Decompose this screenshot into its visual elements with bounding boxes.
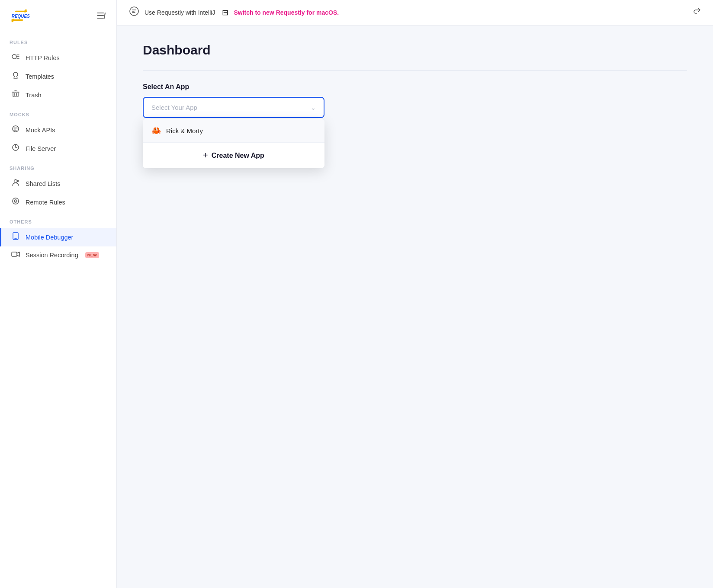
select-placeholder: Select Your App <box>151 104 197 111</box>
select-app-dropdown[interactable]: Select Your App ⌄ <box>143 97 324 118</box>
chevron-down-icon: ⌄ <box>311 104 316 111</box>
sidebar-item-templates[interactable]: Templates <box>0 67 116 86</box>
sidebar-item-http-rules[interactable]: HTTP Rules <box>0 48 116 67</box>
banner-text: Use Requestly with IntelliJ <box>145 9 215 16</box>
logo[interactable]: REQUESTLY <box>9 8 30 25</box>
trash-icon <box>11 90 20 100</box>
sidebar-item-mock-apis[interactable]: Mock APIs <box>0 121 116 139</box>
file-server-icon <box>11 144 20 153</box>
logo-icon: REQUESTLY <box>9 8 30 25</box>
main-content: Use Requestly with IntelliJ ⊟ Switch to … <box>117 0 713 588</box>
sharing-section-label: SHARING <box>0 158 116 174</box>
select-app-section: Select An App Select Your App ⌄ 🦀 Rick &… <box>143 83 324 118</box>
app-option-label: Rick & Morty <box>166 127 203 134</box>
http-rules-label: HTTP Rules <box>26 54 60 61</box>
svg-point-22 <box>14 180 17 183</box>
templates-label: Templates <box>26 73 54 80</box>
share-icon[interactable] <box>692 7 701 18</box>
sidebar-item-mobile-debugger[interactable]: Mobile Debugger <box>0 228 116 246</box>
plus-icon: + <box>203 150 208 160</box>
create-new-app-button[interactable]: + Create New App <box>143 143 324 168</box>
others-section-label: OTHERS <box>0 211 116 228</box>
banner-link[interactable]: Switch to new Requestly for macOS. <box>234 9 339 16</box>
session-recording-icon <box>11 251 20 259</box>
sidebar-header: REQUESTLY <box>0 0 116 32</box>
new-badge: NEW <box>85 252 100 258</box>
sidebar: REQUESTLY RULES HTTP Rules <box>0 0 117 588</box>
sidebar-item-session-recording[interactable]: Session Recording NEW <box>0 246 116 264</box>
remote-rules-label: Remote Rules <box>26 199 65 206</box>
remote-rules-icon <box>11 197 20 207</box>
svg-point-27 <box>15 201 16 201</box>
svg-rect-30 <box>12 252 17 256</box>
mock-apis-icon <box>11 125 20 135</box>
http-rules-icon <box>11 53 20 63</box>
svg-point-7 <box>12 54 16 59</box>
create-new-app-label: Create New App <box>212 152 264 160</box>
templates-icon <box>11 71 20 81</box>
banner-icon <box>129 6 139 19</box>
top-banner: Use Requestly with IntelliJ ⊟ Switch to … <box>117 0 713 26</box>
android-icon: 🦀 <box>151 126 161 135</box>
select-app-label: Select An App <box>143 83 324 91</box>
svg-text:REQUESTLY: REQUESTLY <box>12 14 30 19</box>
sidebar-item-remote-rules[interactable]: Remote Rules <box>0 193 116 211</box>
svg-rect-11 <box>13 92 18 97</box>
dashboard: Dashboard Select An App Select Your App … <box>117 26 713 588</box>
rules-section-label: RULES <box>0 32 116 48</box>
svg-line-6 <box>104 13 105 18</box>
page-title: Dashboard <box>143 43 687 58</box>
trash-label: Trash <box>26 92 42 99</box>
collapse-sidebar-button[interactable] <box>96 10 108 23</box>
mobile-debugger-label: Mobile Debugger <box>26 234 73 241</box>
select-dropdown-wrapper: Select Your App ⌄ 🦀 Rick & Morty + Creat… <box>143 97 324 118</box>
mobile-debugger-icon <box>11 232 20 242</box>
file-server-label: File Server <box>26 145 56 152</box>
sidebar-item-shared-lists[interactable]: Shared Lists <box>0 174 116 193</box>
shared-lists-icon <box>11 179 20 189</box>
intellij-icon: ⊟ <box>222 8 228 17</box>
sidebar-item-file-server[interactable]: File Server <box>0 139 116 158</box>
dropdown-menu: 🦀 Rick & Morty + Create New App <box>143 119 324 168</box>
mock-apis-label: Mock APIs <box>26 127 55 134</box>
sidebar-item-trash[interactable]: Trash <box>0 86 116 104</box>
divider <box>143 70 687 71</box>
dropdown-item-rick-morty[interactable]: 🦀 Rick & Morty <box>143 119 324 143</box>
shared-lists-label: Shared Lists <box>26 180 61 187</box>
session-recording-label: Session Recording <box>26 252 78 259</box>
mocks-section-label: MOCKS <box>0 104 116 121</box>
